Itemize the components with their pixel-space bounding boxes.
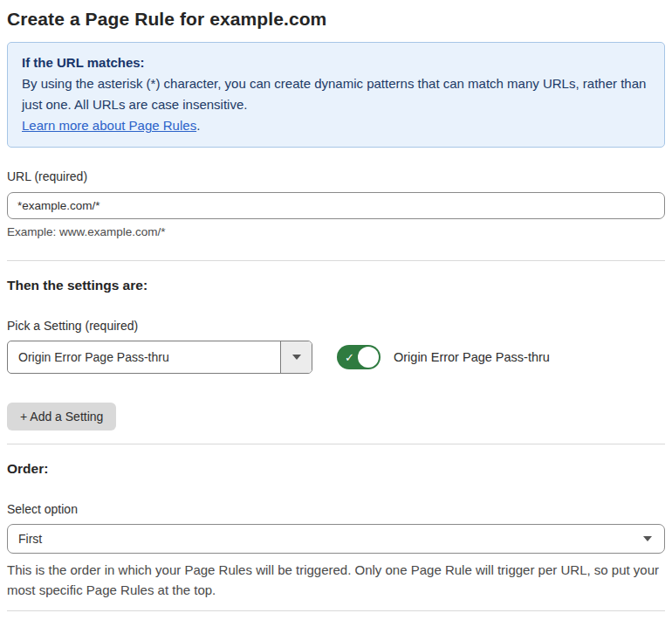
divider [7, 610, 665, 611]
pick-setting-label: Pick a Setting (required) [7, 319, 665, 333]
setting-select[interactable]: Origin Error Page Pass-thru [7, 341, 312, 374]
url-match-info-box: If the URL matches: By using the asteris… [7, 42, 665, 148]
add-setting-button[interactable]: + Add a Setting [7, 403, 116, 431]
link-period: . [196, 118, 200, 133]
toggle-knob [358, 347, 379, 368]
learn-more-link[interactable]: Learn more about Page Rules [22, 118, 196, 133]
info-box-body: By using the asterisk (*) character, you… [22, 73, 650, 115]
order-select-label: Select option [7, 502, 665, 516]
setting-toggle[interactable]: ✓ [337, 345, 381, 369]
order-select[interactable]: First [7, 524, 665, 554]
toggle-label: Origin Error Page Pass-thru [394, 350, 550, 364]
order-heading: Order: [7, 461, 665, 477]
setting-select-arrow-box[interactable] [280, 341, 312, 373]
chevron-down-icon [643, 536, 652, 541]
setting-select-value: Origin Error Page Pass-thru [8, 341, 280, 373]
url-field-label: URL (required) [7, 169, 87, 183]
divider [7, 444, 665, 444]
divider [7, 260, 665, 261]
setting-row: Origin Error Page Pass-thru ✓ Origin Err… [7, 341, 665, 374]
order-help-text: This is the order in which your Page Rul… [7, 561, 663, 600]
page-title: Create a Page Rule for example.com [7, 9, 665, 30]
settings-heading: Then the settings are: [7, 278, 665, 293]
info-box-link-line: Learn more about Page Rules. [22, 115, 650, 136]
url-input[interactable] [7, 192, 665, 219]
order-select-value: First [18, 532, 42, 546]
check-icon: ✓ [345, 352, 354, 363]
url-example-text: Example: www.example.com/* [7, 225, 665, 238]
chevron-down-icon [292, 355, 301, 360]
info-box-heading: If the URL matches: [22, 52, 650, 73]
url-field-section: URL (required) Example: www.example.com/… [7, 169, 665, 238]
